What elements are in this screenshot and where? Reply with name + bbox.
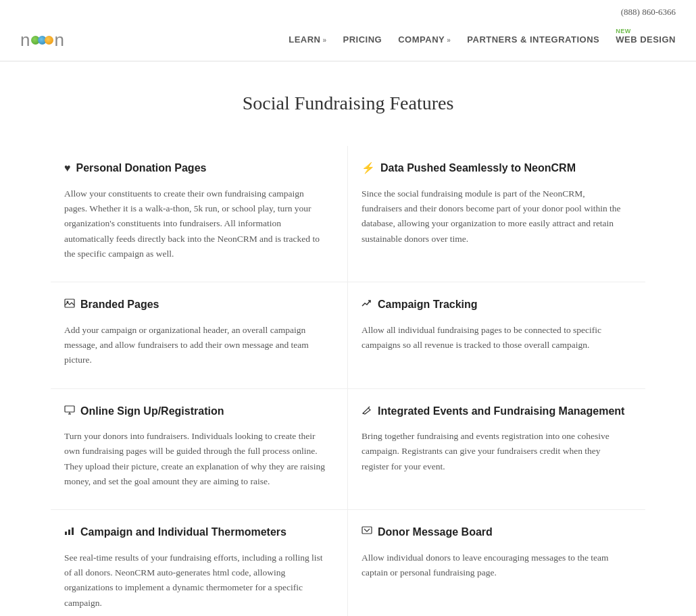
header-top: (888) 860-6366 bbox=[20, 0, 676, 21]
feature-thermometers-text: See real-time results of your fundraisin… bbox=[64, 550, 327, 611]
feature-personal-donation: ♥ Personal Donation Pages Allow your con… bbox=[51, 146, 348, 282]
nav-partners[interactable]: PARTNERS & INTEGRATIONS bbox=[467, 33, 599, 47]
pencil-icon bbox=[362, 403, 372, 420]
heart-icon: ♥ bbox=[64, 159, 71, 177]
nav-partners-label: PARTNERS & INTEGRATIONS bbox=[467, 33, 599, 47]
feature-donor-message: Donor Message Board Allow individual don… bbox=[348, 509, 645, 616]
header: (888) 860-6366 n n LEARN » PRICING COMPA… bbox=[0, 0, 696, 61]
nav-pricing[interactable]: PRICING bbox=[343, 33, 382, 47]
svg-rect-8 bbox=[68, 530, 70, 535]
feature-online-signup-title: Online Sign Up/Registration bbox=[64, 403, 327, 420]
logo-circle-yellow bbox=[45, 36, 53, 45]
nav-learn[interactable]: LEARN » bbox=[289, 33, 326, 47]
nav-company[interactable]: COMPANY » bbox=[398, 33, 451, 47]
logo[interactable]: n n bbox=[20, 26, 65, 55]
feature-campaign-tracking-text: Allow all individual fundraising pages t… bbox=[362, 323, 625, 353]
phone-number: (888) 860-6366 bbox=[621, 5, 676, 20]
nav-pricing-label: PRICING bbox=[343, 33, 382, 47]
feature-thermometers-title: Campaign and Individual Thermometers bbox=[64, 523, 327, 541]
feature-branded-pages-title: Branded Pages bbox=[64, 296, 327, 313]
feature-thermometers: Campaign and Individual Thermometers See… bbox=[51, 509, 348, 616]
svg-rect-7 bbox=[65, 532, 67, 535]
logo-n-left: n bbox=[20, 26, 30, 55]
feature-integrated-events-text: Bring together fundraising and events re… bbox=[362, 429, 625, 474]
svg-rect-10 bbox=[362, 527, 372, 534]
logo-n-right: n bbox=[54, 26, 64, 55]
new-badge: NEW bbox=[616, 26, 631, 36]
image-icon bbox=[64, 296, 75, 313]
svg-rect-2 bbox=[65, 406, 74, 412]
main-nav: LEARN » PRICING COMPANY » PARTNERS & INT… bbox=[289, 33, 676, 47]
nav-webdesign[interactable]: NEW WEB DESIGN bbox=[616, 33, 676, 47]
feature-campaign-tracking-title: Campaign Tracking bbox=[362, 296, 625, 313]
svg-rect-9 bbox=[72, 528, 74, 535]
nav-learn-label: LEARN bbox=[289, 33, 320, 47]
nav-learn-arrow: » bbox=[323, 35, 327, 46]
feature-integrated-events-title: Integrated Events and Fundraising Manage… bbox=[362, 403, 625, 420]
nav-company-label: COMPANY bbox=[398, 33, 445, 47]
bar-chart-icon bbox=[64, 523, 75, 541]
nav-company-arrow: » bbox=[447, 35, 451, 46]
lightning-icon: ⚡ bbox=[362, 159, 375, 177]
features-grid: ♥ Personal Donation Pages Allow your con… bbox=[51, 146, 645, 616]
svg-line-5 bbox=[368, 407, 370, 408]
feature-online-signup: Online Sign Up/Registration Turn your do… bbox=[51, 388, 348, 510]
feature-donor-message-text: Allow individual donors to leave encoura… bbox=[362, 550, 625, 581]
feature-campaign-tracking: Campaign Tracking Allow all individual f… bbox=[348, 282, 645, 388]
feature-online-signup-text: Turn your donors into fundraisers. Indiv… bbox=[64, 429, 327, 489]
feature-branded-pages: Branded Pages Add your campaign or organ… bbox=[51, 282, 348, 388]
feature-data-pushed-text: Since the social fundraising module is p… bbox=[362, 186, 625, 247]
feature-data-pushed-title: ⚡ Data Pushed Seamlessly to NeonCRM bbox=[362, 159, 625, 177]
page-title: Social Fundraising Features bbox=[51, 88, 645, 119]
feature-data-pushed: ⚡ Data Pushed Seamlessly to NeonCRM Sinc… bbox=[348, 146, 645, 282]
feature-integrated-events: Integrated Events and Fundraising Manage… bbox=[348, 388, 645, 510]
header-main: n n LEARN » PRICING COMPANY » PARTNERS & bbox=[20, 21, 676, 61]
svg-rect-0 bbox=[65, 299, 74, 307]
message-icon bbox=[362, 523, 372, 541]
logo-circles bbox=[31, 36, 53, 45]
main-content: Social Fundraising Features ♥ Personal D… bbox=[24, 61, 672, 616]
feature-donor-message-title: Donor Message Board bbox=[362, 523, 625, 541]
feature-personal-donation-text: Allow your constituents to create their … bbox=[64, 186, 327, 261]
feature-personal-donation-title: ♥ Personal Donation Pages bbox=[64, 159, 327, 177]
feature-branded-pages-text: Add your campaign or organizational head… bbox=[64, 323, 327, 368]
chart-trending-icon bbox=[362, 296, 372, 313]
monitor-icon bbox=[64, 403, 75, 420]
